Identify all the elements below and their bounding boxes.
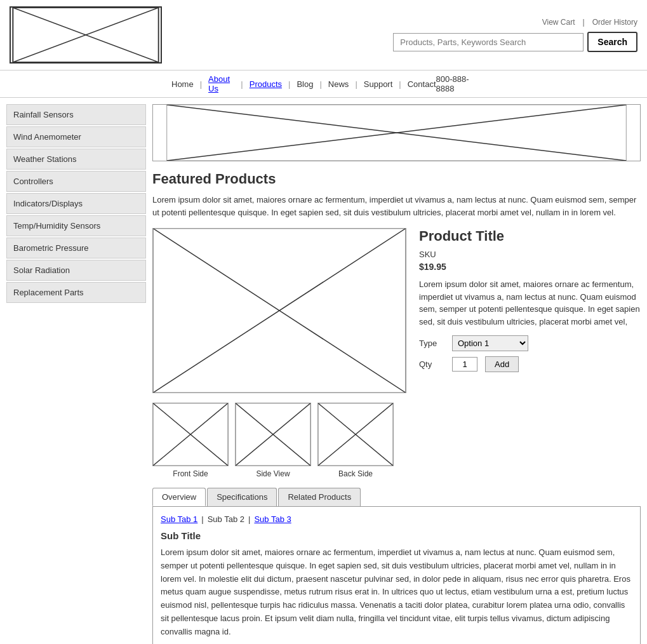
thumbnail-row: Front Side Side View [152,403,641,478]
subtab-1[interactable]: Sub Tab 1 [161,514,197,524]
logo [10,6,162,64]
tab-body: Lorem ipsum dolor sit amet, maiores orna… [161,546,632,639]
nav-sep-6: | [399,79,401,89]
subtab-sep-2: | [248,514,250,524]
sidebar-item-wind[interactable]: Wind Anemometer [6,126,146,147]
product-description: Lorem ipsum dolor sit amet, maiores orna… [419,278,641,328]
sub-title: Sub Title [161,530,632,541]
featured-title: Featured Products [152,171,641,187]
sidebar-item-indicators[interactable]: Indicators/Displays [6,193,146,214]
nav-item-contact[interactable]: Contact [408,79,436,89]
tab-content: Sub Tab 1 | Sub Tab 2 | Sub Tab 3 Sub Ti… [152,506,641,644]
header-utility-links: View Cart | Order History [542,18,637,27]
nav-sep-5: | [355,79,357,89]
subtab-2: Sub Tab 2 [208,514,244,524]
nav-item-home[interactable]: Home [171,79,194,89]
search-input[interactable] [393,33,584,51]
sidebar-item-controllers[interactable]: Controllers [6,171,146,192]
product-main-image [152,228,406,393]
thumbnail-front[interactable]: Front Side [152,403,229,478]
nav-sep-2: | [241,79,243,89]
header: View Cart | Order History Search [0,0,647,70]
product-qty-row: Qty Add [419,356,641,372]
tab-related-products[interactable]: Related Products [278,488,361,506]
type-label: Type [419,339,444,348]
side-view-image [235,403,311,466]
nav-sep-1: | [200,79,202,89]
front-side-label: Front Side [173,469,208,478]
featured-description: Lorem ipsum dolor sit amet, maiores orna… [152,194,641,218]
tab-specifications[interactable]: Specifications [207,488,277,506]
view-cart-link[interactable]: View Cart [542,18,575,27]
nav-item-blog[interactable]: Blog [297,79,313,89]
sidebar-item-barometric[interactable]: Barometric Pressure [6,238,146,258]
sidebar-item-rainfall[interactable]: Rainfall Sensors [6,104,146,125]
search-row: Search [393,32,637,52]
back-side-label: Back Side [338,469,373,478]
thumbnail-back[interactable]: Back Side [317,403,394,478]
sidebar-item-replacement[interactable]: Replacement Parts [6,282,146,303]
qty-label: Qty [419,359,444,369]
tabs-row: Overview Specifications Related Products [152,488,641,506]
product-sku: SKU [419,250,641,259]
order-history-link[interactable]: Order History [592,18,637,27]
product-section: Product Title SKU $19.95 Lorem ipsum dol… [152,228,641,393]
nav-item-support[interactable]: Support [364,79,393,89]
side-view-label: Side View [256,469,290,478]
product-title: Product Title [419,228,641,245]
search-button[interactable]: Search [587,32,637,52]
type-select[interactable]: Option 1 [452,335,528,351]
nav-sep-3: | [288,79,290,89]
sidebar-item-solar[interactable]: Solar Radiation [6,260,146,281]
nav-phone: 800-888-8888 [436,74,476,93]
banner-image [152,104,641,161]
nav-sep-4: | [319,79,321,89]
content: Featured Products Lorem ipsum dolor sit … [152,104,641,644]
nav-item-products[interactable]: Products [250,79,282,89]
sidebar-item-temp[interactable]: Temp/Humidity Sensors [6,215,146,236]
nav: Home | About Us | Products | Blog | News… [0,70,647,98]
subtab-sep-1: | [201,514,203,524]
tab-overview[interactable]: Overview [152,488,206,506]
sidebar: Rainfall Sensors Wind Anemometer Weather… [6,104,146,644]
qty-input[interactable] [452,357,477,372]
subtabs-row: Sub Tab 1 | Sub Tab 2 | Sub Tab 3 [161,514,632,524]
main-layout: Rainfall Sensors Wind Anemometer Weather… [0,98,647,644]
subtab-3[interactable]: Sub Tab 3 [254,514,291,524]
add-button[interactable]: Add [485,356,519,372]
product-type-row: Type Option 1 [419,335,641,351]
nav-item-news[interactable]: News [328,79,349,89]
thumbnail-side[interactable]: Side View [235,403,311,478]
header-right: View Cart | Order History Search [393,18,637,52]
product-price: $19.95 [419,262,641,272]
front-side-image [152,403,229,466]
product-info: Product Title SKU $19.95 Lorem ipsum dol… [419,228,641,393]
back-side-image [317,403,394,466]
nav-item-about[interactable]: About Us [208,74,234,93]
sidebar-item-weather[interactable]: Weather Stations [6,149,146,170]
